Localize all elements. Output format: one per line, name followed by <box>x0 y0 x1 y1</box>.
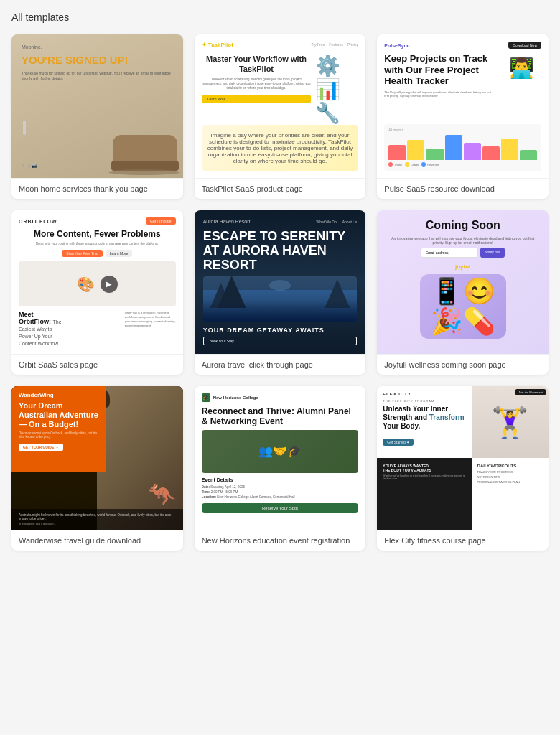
aurora-nav-links: What We DoAbout Us <box>317 220 358 224</box>
flex-bottom-section: YOU'VE ALWAYS WANTEDTHE BODY YOU'VE ALWA… <box>377 458 549 530</box>
aurora-nav: Aurora Haven Resort What We DoAbout Us <box>203 219 358 224</box>
pulse-desc: The ProjectSync app that will improve yo… <box>384 90 496 98</box>
horizons-time: Time: 2:00 PM - 5:00 PM <box>202 490 359 494</box>
aurora-resort-image <box>203 276 358 322</box>
horizons-logo: New Horizons College <box>213 395 258 400</box>
thumbnail-pulse: PulseSync Download Now Keep Projects on … <box>377 34 549 178</box>
aurora-nav-brand: Aurora Haven Resort <box>203 219 251 224</box>
wander-headline: Your Dream Australian Adventure— On a Bu… <box>19 401 98 430</box>
joy-illustration: 📱😊🎉💊 <box>420 274 506 339</box>
horizons-date: Date: Saturday, April 12, 2025 <box>202 485 359 489</box>
horizons-header: 🎓 New Horizons College <box>202 393 359 402</box>
taskpilot-lower: Imagine a day where your priorities are … <box>202 132 359 164</box>
wander-lower-text: Australia might be known for its breatht… <box>11 509 183 530</box>
aurora-image-overlay <box>203 301 358 322</box>
joy-headline: Coming Soon <box>426 219 500 232</box>
card-orbit-label: Orbit SaaS sales page <box>11 354 183 375</box>
card-aurora-label: Aurora travel click through page <box>195 354 366 375</box>
card-orbit[interactable]: ORBIT.FLOW Get Template More Content, Fe… <box>11 210 183 375</box>
taskpilot-cta[interactable]: Learn More <box>202 95 312 103</box>
flex-top-section: FLEX CITY THE FLEX CITY PROGRAM Unleash … <box>377 386 549 458</box>
orbit-headline: More Content, Fewer Problems <box>19 229 176 239</box>
card-aurora[interactable]: Aurora Haven Resort What We DoAbout Us E… <box>195 210 366 375</box>
orbit-lower-body: OrbitFlow is a revolution in content wor… <box>125 311 176 328</box>
orbit-video-section: 🎨 ▶ <box>19 261 176 306</box>
flex-cta[interactable]: Get Started ✦ <box>383 439 414 446</box>
flex-headline: Unleash Your Inner Strength and Transfor… <box>383 405 465 431</box>
moon-body: Thanks so much for signing up for our up… <box>22 71 173 81</box>
moon-headline: YOU'RE SIGNED UP! <box>22 54 129 67</box>
aurora-cta[interactable]: Book Your Stay <box>203 337 358 345</box>
thumbnail-joy: Coming Soon An innovative new app that w… <box>377 210 549 354</box>
thumbnail-flex: FLEX CITY THE FLEX CITY PROGRAM Unleash … <box>377 386 549 530</box>
taskpilot-logo: ✦ TaskPilot <box>202 42 233 48</box>
joy-email-input[interactable]: Email address <box>421 248 478 258</box>
flex-nutrition-tips: NUTRITION TIPS <box>477 475 543 479</box>
thumbnail-moon: Mooninc. YOU'RE SIGNED UP! Thanks so muc… <box>11 34 183 178</box>
horizons-photo: 👥🤝🎓 <box>202 430 359 473</box>
card-horizons-label: New Horizons education event registratio… <box>195 530 366 551</box>
joy-logo: joyful <box>455 263 470 270</box>
wander-orange-panel: WanderWing Your Dream Australian Adventu… <box>11 386 106 472</box>
pulse-header: PulseSync Download Now <box>384 42 541 49</box>
taskpilot-nav: Try FreeFeaturesPricing <box>312 42 359 47</box>
card-taskpilot[interactable]: ✦ TaskPilot Try FreeFeaturesPricing Mast… <box>195 34 366 199</box>
orbit-lower-headline: Meet OrbitFlow: The Easiest Way to Power… <box>19 311 64 347</box>
card-joy-label: Joyfull wellness coming soon page <box>377 354 549 375</box>
card-taskpilot-label: TaskPilot SaaS product page <box>195 178 366 199</box>
card-joy[interactable]: Coming Soon An innovative new app that w… <box>377 210 549 375</box>
flex-workout-title: DAILY WORKOUTS <box>477 464 543 468</box>
orbit-btn-trial[interactable]: Start Your Free Trial <box>62 250 102 257</box>
flex-left-panel: FLEX CITY THE FLEX CITY PROGRAM Unleash … <box>377 386 471 458</box>
flex-dark-panel: YOU'VE ALWAYS WANTEDTHE BODY YOU'VE ALWA… <box>377 458 471 530</box>
aurora-sub: YOUR DREAM GETAWAY AWAITS <box>203 327 358 334</box>
thumbnail-wander: 🦘 WanderWing Your Dream Australian Adven… <box>11 386 183 530</box>
horizons-cta[interactable]: Reserve Your Spot <box>202 503 359 513</box>
orbit-header: ORBIT.FLOW Get Template <box>19 217 176 225</box>
card-moon-label: Moon home services thank you page <box>11 178 183 199</box>
pulse-headline: Keep Projects on Track with Our Free Pro… <box>384 53 496 87</box>
joy-sub: An innovative new app that will improve … <box>386 236 540 245</box>
card-pulse[interactable]: PulseSync Download Now Keep Projects on … <box>377 34 549 199</box>
card-flex[interactable]: FLEX CITY THE FLEX CITY PROGRAM Unleash … <box>377 386 549 551</box>
wander-logo: WanderWing <box>19 392 98 398</box>
thumbnail-horizons: 🎓 New Horizons College Reconnect and Thr… <box>195 386 366 530</box>
wander-cta[interactable]: GET YOUR GUIDE → <box>19 444 63 451</box>
orbit-buttons: Start Your Free Trial Learn More <box>19 250 176 257</box>
thumbnail-aurora: Aurora Haven Resort What We DoAbout Us E… <box>195 210 366 354</box>
flex-track-progress: TRACK YOUR PROGRESS <box>477 470 543 474</box>
wander-sub: Discover secret spots Outback, and livel… <box>19 431 98 439</box>
thumbnail-taskpilot: ✦ TaskPilot Try FreeFeaturesPricing Mast… <box>195 34 366 178</box>
taskpilot-headline: Master Your Workflow with TaskPilot <box>202 54 312 75</box>
taskpilot-body: TaskPilot smart scheduling platform give… <box>202 78 312 91</box>
pulse-cta[interactable]: Download Now <box>508 42 541 49</box>
taskpilot-illustration: Imagine a day where your priorities are … <box>202 125 359 171</box>
orbit-logo: ORBIT.FLOW <box>19 219 57 224</box>
flex-athlete-icon: 🏋️‍♀️ <box>491 405 528 440</box>
orbit-play-button[interactable]: ▶ <box>101 276 118 293</box>
orbit-cta[interactable]: Get Template <box>146 217 176 225</box>
horizons-location: Location: New Horizons College Albert Ca… <box>202 495 359 499</box>
horizons-headline: Reconnect and Thrive: Alumni Panel & Net… <box>202 406 359 427</box>
card-wander[interactable]: 🦘 WanderWing Your Dream Australian Adven… <box>11 386 183 551</box>
page-title: All templates <box>11 11 549 23</box>
card-flex-label: Flex City fitness course page <box>377 530 549 551</box>
joy-email-form: Email address Notify me! <box>421 248 505 258</box>
orbit-btn-learn[interactable]: Learn More <box>106 250 133 257</box>
card-pulse-label: Pulse SaaS resource download <box>377 178 549 199</box>
flex-athlete-image: 🏋️‍♀️ Join the Movement <box>472 386 549 458</box>
joy-submit-btn[interactable]: Notify me! <box>480 248 505 258</box>
horizons-details-title: Event Details <box>202 477 359 482</box>
flex-program: THE FLEX CITY PROGRAM <box>383 399 465 403</box>
card-moon[interactable]: Mooninc. YOU'RE SIGNED UP! Thanks so muc… <box>11 34 183 199</box>
pulse-logo: PulseSync <box>384 43 409 48</box>
moon-brand: Mooninc. <box>22 45 42 50</box>
wander-photo: 🦘 <box>97 386 182 530</box>
templates-grid: Mooninc. YOU'RE SIGNED UP! Thanks so muc… <box>11 34 549 551</box>
card-horizons[interactable]: 🎓 New Horizons College Reconnect and Thr… <box>195 386 366 551</box>
aurora-headline: ESCAPE TO SERENITY AT AURORA HAVEN RESOR… <box>203 230 358 272</box>
flex-logo: FLEX CITY <box>383 392 465 396</box>
flex-diet-plan: PERSONAL DIET ACTION PLAN <box>477 480 543 484</box>
orbit-sub: Bring in to your routine with these amaz… <box>19 242 176 245</box>
flex-workout-panel: DAILY WORKOUTS TRACK YOUR PROGRESS NUTRI… <box>472 458 549 530</box>
